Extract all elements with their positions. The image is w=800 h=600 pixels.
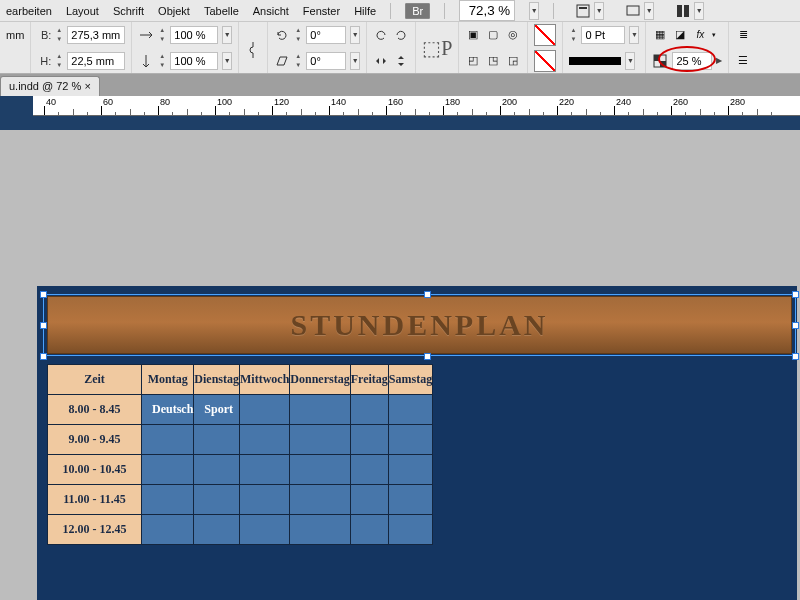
- fill-frame-icon[interactable]: ◳: [485, 53, 501, 69]
- rotate-cw-icon[interactable]: [393, 27, 409, 43]
- arrange-documents-dropdown[interactable]: ▼: [694, 2, 704, 20]
- table-row[interactable]: 8.00 - 8.45DeutschSport: [48, 395, 433, 425]
- shear-dropdown[interactable]: ▼: [350, 52, 360, 70]
- table-row[interactable]: 12.00 - 12.45: [48, 515, 433, 545]
- text-wrap-icon[interactable]: ≣: [735, 27, 751, 43]
- align-icon[interactable]: ☰: [735, 53, 751, 69]
- table-row[interactable]: 11.00 - 11.45: [48, 485, 433, 515]
- width-field[interactable]: [67, 26, 125, 44]
- table-cell[interactable]: [290, 515, 350, 545]
- selection-handle[interactable]: [40, 291, 47, 298]
- zoom-dropdown[interactable]: ▼: [529, 2, 539, 20]
- table-cell[interactable]: Deutsch: [142, 395, 194, 425]
- table-cell[interactable]: [388, 485, 432, 515]
- table-cell[interactable]: [290, 485, 350, 515]
- timetable[interactable]: ZeitMontagDienstagMittwochDonnerstagFrei…: [47, 364, 433, 545]
- selection-handle[interactable]: [40, 322, 47, 329]
- height-spinner[interactable]: ▲▼: [55, 52, 63, 70]
- table-row[interactable]: 9.00 - 9.45: [48, 425, 433, 455]
- menu-hilfe[interactable]: Hilfe: [354, 5, 376, 17]
- table-cell[interactable]: [194, 425, 240, 455]
- constrain-link-icon[interactable]: [245, 42, 261, 58]
- scale-x-dropdown[interactable]: ▼: [222, 26, 232, 44]
- fit-frame-icon[interactable]: ▢: [485, 27, 501, 43]
- height-field[interactable]: [67, 52, 125, 70]
- menu-edit[interactable]: earbeiten: [6, 5, 52, 17]
- table-cell[interactable]: [388, 515, 432, 545]
- selection-handle[interactable]: [792, 291, 799, 298]
- view-options-icon[interactable]: [574, 2, 592, 20]
- center-content-icon[interactable]: ◎: [505, 27, 521, 43]
- table-cell[interactable]: [388, 425, 432, 455]
- opacity-field[interactable]: [672, 52, 712, 70]
- shear-spinner[interactable]: ▲▼: [294, 52, 302, 70]
- selection-handle[interactable]: [424, 353, 431, 360]
- title-banner[interactable]: STUNDENPLAN: [47, 296, 792, 354]
- stroke-weight-field[interactable]: [581, 26, 625, 44]
- table-cell[interactable]: [240, 455, 290, 485]
- scale-x-field[interactable]: [170, 26, 218, 44]
- table-cell[interactable]: [194, 485, 240, 515]
- stroke-weight-dropdown[interactable]: ▼: [629, 26, 639, 44]
- arrange-documents-icon[interactable]: [674, 2, 692, 20]
- table-cell[interactable]: [388, 395, 432, 425]
- table-cell[interactable]: [350, 515, 388, 545]
- container-select-icon[interactable]: ⬚P: [422, 36, 452, 60]
- stroke-style-preview[interactable]: [569, 57, 621, 65]
- table-cell[interactable]: [350, 485, 388, 515]
- table-cell[interactable]: [240, 425, 290, 455]
- table-cell[interactable]: [142, 515, 194, 545]
- selection-handle[interactable]: [40, 353, 47, 360]
- table-cell[interactable]: [142, 425, 194, 455]
- table-cell[interactable]: [240, 395, 290, 425]
- width-spinner[interactable]: ▲▼: [55, 26, 63, 44]
- rotate-ccw-icon[interactable]: [373, 27, 389, 43]
- menu-fenster[interactable]: Fenster: [303, 5, 340, 17]
- document-tab[interactable]: u.indd @ 72 % ×: [0, 76, 100, 96]
- table-cell[interactable]: [350, 425, 388, 455]
- menu-layout[interactable]: Layout: [66, 5, 99, 17]
- scale-y-dropdown[interactable]: ▼: [222, 52, 232, 70]
- auto-fit-icon[interactable]: ◲: [505, 53, 521, 69]
- table-cell[interactable]: [350, 395, 388, 425]
- table-cell[interactable]: [290, 455, 350, 485]
- fill-swatch[interactable]: [534, 24, 556, 46]
- menu-ansicht[interactable]: Ansicht: [253, 5, 289, 17]
- menu-tabelle[interactable]: Tabelle: [204, 5, 239, 17]
- table-cell[interactable]: [194, 515, 240, 545]
- fit-proportional-icon[interactable]: ◰: [465, 53, 481, 69]
- horizontal-ruler[interactable]: 020406080100120140160180200220240260280: [0, 96, 800, 116]
- scale-x-spinner[interactable]: ▲▼: [158, 26, 166, 44]
- drop-shadow-icon[interactable]: ◪: [672, 27, 688, 43]
- table-cell[interactable]: [142, 485, 194, 515]
- bridge-button[interactable]: Br: [405, 3, 430, 19]
- opacity-slider-arrow[interactable]: ▶: [716, 56, 722, 65]
- flip-horizontal-icon[interactable]: [373, 53, 389, 69]
- shear-field[interactable]: [306, 52, 346, 70]
- flip-vertical-icon[interactable]: [393, 53, 409, 69]
- screen-mode-icon[interactable]: [624, 2, 642, 20]
- table-cell[interactable]: Sport: [194, 395, 240, 425]
- fit-content-icon[interactable]: ▣: [465, 27, 481, 43]
- selection-handle[interactable]: [424, 291, 431, 298]
- zoom-level-field[interactable]: [459, 0, 515, 21]
- stroke-swatch[interactable]: [534, 50, 556, 72]
- screen-mode-dropdown[interactable]: ▼: [644, 2, 654, 20]
- scale-y-field[interactable]: [170, 52, 218, 70]
- stroke-weight-spinner[interactable]: ▲▼: [569, 26, 577, 44]
- fx-icon[interactable]: fx: [692, 27, 708, 43]
- menu-objekt[interactable]: Objekt: [158, 5, 190, 17]
- table-cell[interactable]: [290, 395, 350, 425]
- view-options-dropdown[interactable]: ▼: [594, 2, 604, 20]
- table-cell[interactable]: [142, 455, 194, 485]
- rotate-spinner[interactable]: ▲▼: [294, 26, 302, 44]
- scale-y-spinner[interactable]: ▲▼: [158, 52, 166, 70]
- effects-icon[interactable]: ▦: [652, 27, 668, 43]
- menu-schrift[interactable]: Schrift: [113, 5, 144, 17]
- table-cell[interactable]: [194, 455, 240, 485]
- stroke-style-dropdown[interactable]: ▼: [625, 52, 635, 70]
- selection-handle[interactable]: [792, 322, 799, 329]
- table-row[interactable]: 10.00 - 10.45: [48, 455, 433, 485]
- rotate-field[interactable]: [306, 26, 346, 44]
- document-canvas[interactable]: STUNDENPLAN ZeitMontagDienstagMittwochDo…: [0, 130, 800, 600]
